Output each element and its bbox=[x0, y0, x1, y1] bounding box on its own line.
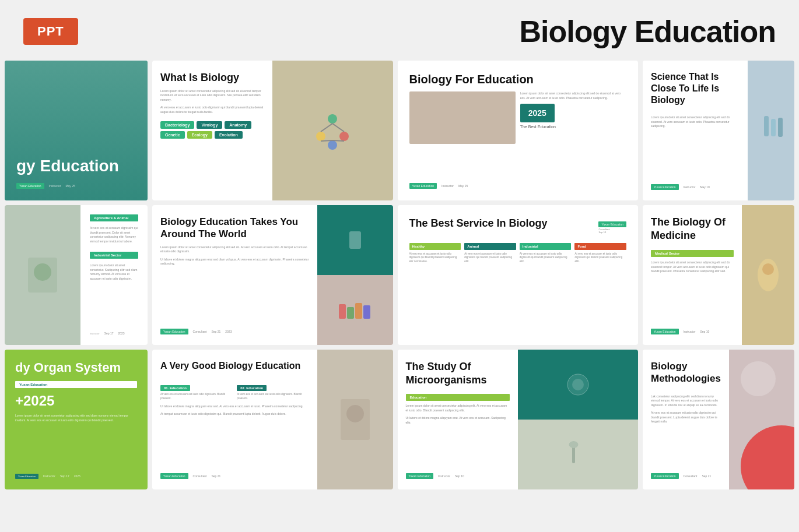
slide-r3c3-body: Lorem ipsum dolor sit amet consectetur a… bbox=[406, 404, 510, 413]
slide-r2c1-badge-top: Agriculture & Animal bbox=[90, 214, 138, 221]
svg-point-25 bbox=[569, 441, 578, 448]
slide-r3c3-badge: Education bbox=[406, 394, 510, 401]
slide-r3c3-footer: Yuxan Education Instructor Sep 10 bbox=[406, 473, 510, 479]
slide-r2c2-img-top bbox=[317, 205, 393, 275]
slide-r3c3-img-top bbox=[518, 350, 638, 420]
slide-r3c3-img-bot bbox=[518, 420, 638, 489]
svg-point-12 bbox=[34, 263, 51, 281]
slide-r1c2-body2: At vero eos et accusam et iusto odio dig… bbox=[160, 105, 264, 114]
slide-r2c2-title: Biology Education Takes You Around The W… bbox=[160, 216, 309, 241]
slide-r3c1-footer: Yuxan Education Instructor Sep 17 2026 bbox=[15, 474, 137, 479]
slide-r3c4-image bbox=[729, 350, 794, 489]
slide-r2c3-services: Healthy At vero eos et accusam et iusto … bbox=[409, 243, 627, 264]
svg-rect-17 bbox=[363, 305, 370, 319]
slide-r2c4[interactable]: The Biology Of Medicine Medical Sector L… bbox=[643, 205, 794, 345]
slide-r3c2[interactable]: A Very Good Biology Education 01. Educat… bbox=[152, 350, 393, 489]
slide-r1c2[interactable]: What Is Biology Lorem ipsum dolor sit am… bbox=[152, 61, 393, 200]
svg-point-26 bbox=[741, 361, 776, 396]
slide-r2c2[interactable]: Biology Education Takes You Around The W… bbox=[152, 205, 393, 345]
slide-r3c2-left: A Very Good Biology Education 01. Educat… bbox=[152, 350, 317, 489]
svg-point-19 bbox=[762, 263, 774, 275]
edu-item-1: 01. Education At vero eos et accusam est… bbox=[160, 381, 232, 401]
slide-r3c1-footer-tag: Yuxan Education bbox=[15, 474, 38, 479]
slide-r2c1-body1: At vero eos et accusam dignissim qui bla… bbox=[90, 226, 138, 244]
slide-r3c4[interactable]: Biology Methodologies Lak consetetur sad… bbox=[643, 350, 794, 489]
slide-r3c3-images bbox=[518, 350, 638, 489]
slide-r1c3-year: 2025 bbox=[520, 104, 555, 122]
slide-r3c2-body2: At tempat accumsan et iusto odio digniss… bbox=[160, 412, 309, 417]
slide-r1c3-year-sub: The Best Education bbox=[520, 125, 626, 129]
slide-r1c2-body: Lorem ipsum dolor sit amet consectetur a… bbox=[160, 89, 264, 103]
slide-r3c4-body2: At vero eos et accusam et iusto odio dig… bbox=[651, 411, 721, 424]
slide-r2c1-image bbox=[5, 205, 80, 345]
slide-r2c1-badge-mid: Industrial Sector bbox=[90, 252, 138, 259]
slide-r2c3[interactable]: The Best Service In Biology Yuxan Educat… bbox=[398, 205, 639, 345]
slide-r1c4-image bbox=[748, 61, 794, 200]
slide-r3c2-image bbox=[317, 350, 393, 489]
slide-r3c3-title: The Study Of Microorganisms bbox=[406, 360, 510, 386]
slide-r2c4-title: The Biology Of Medicine bbox=[651, 216, 734, 242]
svg-rect-16 bbox=[355, 303, 362, 319]
svg-point-21 bbox=[346, 405, 364, 422]
slide-r1c2-image bbox=[272, 61, 393, 200]
slide-r2c1-body2: Lorem ipsum dolor sit amet consetetur. S… bbox=[90, 263, 138, 281]
slide-r2c3-header: The Best Service In Biology Yuxan Educat… bbox=[409, 217, 627, 235]
svg-point-1 bbox=[316, 132, 325, 141]
slide-r1c3-right: Lorem ipsum dolor sit amet consectetur a… bbox=[520, 91, 626, 129]
slide-r2c2-body2: Ut labore et dolore magna aliquyam erat … bbox=[160, 258, 309, 266]
slide-r3c4-circle bbox=[741, 425, 794, 489]
svg-line-6 bbox=[321, 140, 332, 141]
svg-line-7 bbox=[332, 140, 344, 141]
service-industrial: Industrial At vero eos et accusam et ius… bbox=[520, 243, 572, 264]
slide-r3c1-badge: Yuxan Education bbox=[15, 381, 137, 388]
slide-r3c2-body: Ut labore et dolore magna aliquyam erat … bbox=[160, 404, 309, 409]
slide-r2c4-body: Lorem ipsum dolor sit amet consectetur a… bbox=[651, 260, 734, 274]
slide-r3c1-body: Lorem ipsum dolor sit amet consetetur sa… bbox=[15, 414, 137, 422]
slide-r3c2-items: 01. Education At vero eos et accusam est… bbox=[160, 381, 309, 401]
slide-r1c3-inner: Lorem ipsum dolor sit amet consectetur a… bbox=[409, 91, 627, 144]
slide-r2c2-body: Lorem ipsum dolor sit amet consectetur a… bbox=[160, 245, 309, 254]
slide-r3c1-title: dy Organ System bbox=[15, 360, 137, 375]
slide-r1c3-person-img bbox=[409, 91, 516, 144]
header: PPT Biology Education bbox=[0, 0, 799, 61]
svg-point-23 bbox=[572, 379, 584, 390]
svg-line-5 bbox=[332, 124, 344, 132]
slide-r3c3-body2: Ut labore et dolore magna aliquyam erat.… bbox=[406, 416, 510, 425]
slide-r2c2-images bbox=[317, 205, 393, 345]
main-title: Biology Education bbox=[520, 14, 776, 49]
slide-r1c1[interactable]: gy Education Yuxan Education Instructor … bbox=[5, 61, 148, 200]
slide-r1c3[interactable]: Biology For Education Lorem ipsum dolor … bbox=[398, 61, 639, 200]
slide-grid: gy Education Yuxan Education Instructor … bbox=[0, 61, 799, 494]
slide-r3c3[interactable]: The Study Of Microorganisms Education Lo… bbox=[398, 350, 639, 489]
slide-r3c3-left: The Study Of Microorganisms Education Lo… bbox=[398, 350, 518, 489]
svg-point-3 bbox=[328, 140, 337, 150]
slide-r2c1-footer: Instructor Sep 17 2023 bbox=[90, 332, 138, 336]
edu-item-2: 02. Education At vero eos et accusam est… bbox=[237, 381, 309, 401]
svg-rect-15 bbox=[347, 307, 354, 319]
slide-r2c3-title: The Best Service In Biology bbox=[409, 217, 548, 230]
slide-r1c3-title: Biology For Education bbox=[409, 72, 627, 87]
svg-rect-14 bbox=[339, 304, 346, 319]
slide-r2c4-badge: Medical Sector bbox=[651, 250, 734, 257]
slide-r2c2-footer: Yuxan Education Consultant Sep 21 2023 bbox=[160, 329, 309, 334]
slide-r3c4-title: Biology Methodologies bbox=[651, 360, 721, 385]
slide-r1c4-body: Lorem ipsum dolor sit amet consectetur a… bbox=[651, 115, 740, 129]
slide-r2c1[interactable]: Agriculture & Animal At vero eos et accu… bbox=[5, 205, 148, 345]
slide-r3c1-plus: +2025 bbox=[15, 393, 137, 409]
slide-r1c2-title: What Is Biology bbox=[160, 71, 264, 84]
svg-point-0 bbox=[328, 114, 337, 124]
slide-r1c2-left: What Is Biology Lorem ipsum dolor sit am… bbox=[152, 61, 272, 200]
slide-r2c3-header-right: Yuxan Education Consultant Sep 10 bbox=[598, 217, 626, 234]
slide-r1c4-left: Science That Is Close To Life Is Biology… bbox=[643, 61, 748, 200]
ppt-badge: PPT bbox=[23, 18, 78, 45]
svg-rect-13 bbox=[349, 231, 361, 249]
slide-r2c4-left: The Biology Of Medicine Medical Sector L… bbox=[643, 205, 742, 345]
slide-r1c4[interactable]: Science That Is Close To Life Is Biology… bbox=[643, 61, 794, 200]
slide-r2c2-left: Biology Education Takes You Around The W… bbox=[152, 205, 317, 345]
service-food: Food At vero eos et accusam et iusto odi… bbox=[574, 243, 626, 264]
slide-r2c1-right: Agriculture & Animal At vero eos et accu… bbox=[80, 205, 148, 345]
slide-r1c2-tags: Bacteriology Virology Anatomy Genetic Ec… bbox=[160, 121, 264, 139]
slide-r3c1[interactable]: dy Organ System Yuxan Education +2025 Lo… bbox=[5, 350, 148, 489]
svg-rect-10 bbox=[778, 118, 783, 137]
svg-rect-8 bbox=[764, 116, 769, 136]
